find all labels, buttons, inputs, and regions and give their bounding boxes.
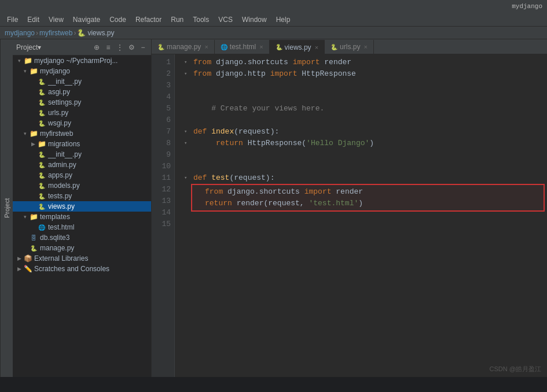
- breadcrumb-sep1: ›: [36, 29, 38, 37]
- tree-file-views[interactable]: 🐍 views.py: [13, 201, 151, 212]
- project-tab[interactable]: Project: [0, 39, 13, 377]
- scratches-icon: ✏️: [23, 265, 32, 273]
- tree-folder-extlibs[interactable]: ▶ 📦 External Libraries: [13, 253, 151, 264]
- tree-folder-mydjango[interactable]: ▾ 📁 mydjango: [13, 66, 151, 76]
- menu-refactor[interactable]: Refactor: [131, 14, 166, 25]
- tree-btn-settings[interactable]: ⚙: [127, 43, 136, 52]
- breadcrumb-file-icon: 🐍: [77, 29, 86, 37]
- menu-file[interactable]: File: [2, 14, 23, 25]
- folder-icon-mydjango: 📁: [29, 67, 38, 75]
- tree-folder-scratches-label: Scratches and Consoles: [34, 265, 109, 273]
- menu-run[interactable]: Run: [166, 14, 188, 25]
- tree-file-testhtml[interactable]: 🌐 test.html: [13, 222, 151, 232]
- tab-urls-icon: 🐍: [331, 44, 337, 50]
- tree-file-apps[interactable]: 🐍 apps.py: [13, 170, 151, 180]
- tree-btn-collapse[interactable]: ≡: [104, 43, 113, 52]
- tree-file-apps-label: apps.py: [48, 171, 72, 179]
- tree-file-db[interactable]: 🗄 db.sqlite3: [13, 232, 151, 243]
- tab-urls[interactable]: 🐍 urls.py ×: [325, 40, 374, 54]
- tree-toolbar-label: Project▾: [16, 43, 41, 51]
- tree-folder-migrations-label: migrations: [48, 140, 80, 148]
- line-numbers: 1 2 3 4 5 6 7 8 9 10 11 12 13 14 15: [152, 54, 175, 377]
- tab-manage-icon: 🐍: [157, 44, 164, 50]
- tree-folder-migrations[interactable]: ▶ 📁 migrations: [13, 139, 151, 149]
- tree-file-tests[interactable]: 🐍 tests.py: [13, 191, 151, 201]
- tree-btn-locate[interactable]: ⊕: [92, 43, 101, 52]
- menu-view[interactable]: View: [44, 14, 68, 25]
- fold-arrow-1[interactable]: ▾: [184, 57, 192, 68]
- tab-manage[interactable]: 🐍 manage.py ×: [152, 40, 215, 54]
- code-line-13: return render(request, 'test.html'): [196, 198, 540, 209]
- tree-file-init2[interactable]: 🐍 __init__.py: [13, 149, 151, 160]
- tree-file-wsgi[interactable]: 🐍 wsgi.py: [13, 118, 151, 128]
- code-line-14: [184, 212, 547, 223]
- breadcrumb-file: 🐍views.py: [77, 29, 114, 37]
- py-icon-tests: 🐍: [37, 192, 46, 200]
- tree-btn-minimize[interactable]: −: [138, 43, 148, 52]
- tab-urls-close[interactable]: ×: [364, 43, 367, 50]
- watermark: CSDN @皓月盈江: [490, 365, 541, 373]
- code-line-9: [184, 149, 547, 161]
- tab-testhtml-close[interactable]: ×: [259, 43, 263, 50]
- folder-icon-root: 📁: [23, 57, 32, 65]
- db-icon: 🗄: [29, 234, 38, 242]
- tree-root[interactable]: ▾ 📁 mydjango ~/PycharmProj...: [13, 56, 151, 66]
- menu-vcs[interactable]: VCS: [214, 14, 237, 25]
- tree-file-tests-label: tests.py: [48, 192, 72, 200]
- py-icon-manage: 🐍: [29, 244, 38, 252]
- tab-views[interactable]: 🐍 views.py ×: [270, 40, 325, 54]
- menu-help[interactable]: Help: [271, 14, 295, 25]
- breadcrumb-project[interactable]: mydjango: [5, 29, 35, 37]
- fold-arrow-8[interactable]: ▾: [184, 138, 192, 149]
- code-line-15: [184, 223, 547, 235]
- code-content: ▾ from django.shortcuts import render ▾ …: [175, 54, 547, 377]
- tree-folder-templates[interactable]: ▾ 📁 templates: [13, 212, 151, 222]
- tree-file-init1[interactable]: 🐍 __init__.py: [13, 76, 151, 87]
- breadcrumb-sep2: ›: [74, 29, 76, 37]
- folder-icon-migrations: 📁: [37, 140, 46, 148]
- tree-file-urls1[interactable]: 🐍 urls.py: [13, 108, 151, 118]
- menu-tools[interactable]: Tools: [188, 14, 214, 25]
- tree-folder-myfirstweb[interactable]: ▾ 📁 myfirstweb: [13, 128, 151, 139]
- tree-folder-templates-label: templates: [40, 213, 70, 221]
- tab-views-close[interactable]: ×: [315, 44, 318, 51]
- py-icon-urls1: 🐍: [37, 109, 46, 117]
- tree-file-asgi[interactable]: 🐍 asgi.py: [13, 87, 151, 97]
- tab-testhtml-icon: 🌐: [221, 44, 227, 50]
- py-icon-asgi: 🐍: [37, 88, 46, 96]
- fold-arrow-2[interactable]: ▾: [184, 68, 192, 80]
- tab-testhtml[interactable]: 🌐 test.html ×: [215, 40, 270, 54]
- menu-edit[interactable]: Edit: [23, 14, 44, 25]
- py-icon-settings: 🐍: [37, 98, 46, 106]
- tree-file-settings-label: settings.py: [48, 98, 81, 106]
- menu-window[interactable]: Window: [237, 14, 271, 25]
- arrow-root: ▾: [15, 58, 23, 64]
- menu-code[interactable]: Code: [105, 14, 131, 25]
- tree-file-settings[interactable]: 🐍 settings.py: [13, 97, 151, 108]
- tree-file-views-label: views.py: [48, 202, 75, 210]
- tree-file-db-label: db.sqlite3: [40, 234, 69, 242]
- code-editor[interactable]: 1 2 3 4 5 6 7 8 9 10 11 12 13 14 15 ▾: [152, 54, 547, 377]
- tree-folder-myfirstweb-label: myfirstweb: [40, 130, 73, 138]
- tree-file-manage-label: manage.py: [40, 244, 74, 252]
- tab-bar: 🐍 manage.py × 🌐 test.html × 🐍 views.py ×…: [152, 39, 547, 54]
- tree-folder-scratches[interactable]: ▶ ✏️ Scratches and Consoles: [13, 264, 151, 274]
- folder-icon-templates: 📁: [29, 213, 38, 221]
- menu-navigate[interactable]: Navigate: [68, 14, 105, 25]
- breadcrumb: mydjango › myfirstweb › 🐍views.py: [0, 27, 547, 39]
- py-icon-views: 🐍: [37, 202, 46, 210]
- tree-toolbar: Project▾ ⊕ ≡ ⋮ ⚙ −: [13, 39, 151, 56]
- fold-arrow-7[interactable]: ▾: [184, 126, 192, 138]
- tree-btn-dots[interactable]: ⋮: [115, 43, 124, 52]
- tree-file-admin[interactable]: 🐍 admin.py: [13, 160, 151, 170]
- tree-file-testhtml-label: test.html: [48, 223, 74, 231]
- tree-file-models[interactable]: 🐍 models.py: [13, 180, 151, 191]
- tree-file-manage[interactable]: 🐍 manage.py: [13, 243, 151, 253]
- tree-file-asgi-label: asgi.py: [48, 88, 70, 96]
- breadcrumb-app[interactable]: myfirstweb: [39, 29, 72, 37]
- tab-views-icon: 🐍: [276, 44, 282, 50]
- code-line-6: [184, 114, 547, 126]
- code-line-4: [184, 91, 547, 103]
- tab-manage-close[interactable]: ×: [204, 43, 208, 50]
- fold-arrow-11[interactable]: ▾: [184, 172, 192, 184]
